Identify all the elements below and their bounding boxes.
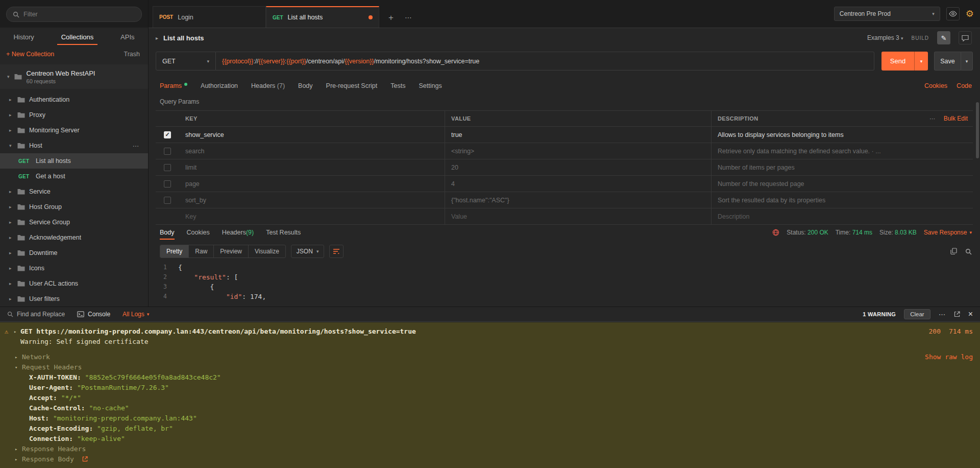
param-key-cell[interactable]: search bbox=[179, 143, 445, 159]
sidebar-folder-acknowledgement[interactable]: ▸Acknowledgement bbox=[0, 230, 148, 245]
folder-options-icon[interactable]: ⋯ bbox=[133, 142, 139, 150]
chevron-right-icon[interactable]: ▸ bbox=[156, 35, 158, 41]
param-checkbox[interactable] bbox=[164, 131, 171, 138]
sidebar-request-list-all-hosts[interactable]: GETList all hosts bbox=[0, 153, 148, 169]
request-section-tab-pre-request-script[interactable]: Pre-request Script bbox=[326, 82, 378, 89]
external-link-icon[interactable] bbox=[82, 456, 88, 462]
clear-console-button[interactable]: Clear bbox=[904, 309, 930, 319]
response-tab-test-results[interactable]: Test Results bbox=[266, 229, 301, 236]
scrollbar-thumb[interactable] bbox=[976, 102, 979, 158]
view-tab-visualize[interactable]: Visualize bbox=[248, 245, 285, 258]
sidebar-folder-icons[interactable]: ▸Icons bbox=[0, 261, 148, 276]
sidebar-tab-apis[interactable]: APIs bbox=[119, 30, 135, 44]
param-checkbox[interactable] bbox=[164, 180, 171, 188]
sidebar-folder-monitoring-server[interactable]: ▸Monitoring Server bbox=[0, 123, 148, 138]
network-status-icon[interactable] bbox=[772, 229, 779, 236]
show-raw-log-link[interactable]: Show raw log bbox=[925, 352, 973, 362]
tab-options-button[interactable]: ⋯ bbox=[405, 14, 412, 21]
response-tab-cookies[interactable]: Cookies bbox=[187, 229, 210, 236]
environment-quick-look-button[interactable] bbox=[946, 7, 960, 20]
param-description-cell[interactable]: Description bbox=[711, 208, 973, 224]
param-row-sort-by[interactable]: sort_by{"host.name":"ASC"}Sort the resul… bbox=[156, 192, 973, 208]
save-response-button[interactable]: Save Response ▾ bbox=[924, 229, 972, 236]
param-key-cell[interactable]: page bbox=[179, 176, 445, 192]
param-key-cell[interactable]: sort_by bbox=[179, 192, 445, 208]
console-options-icon[interactable]: ⋯ bbox=[939, 310, 946, 318]
code-link[interactable]: Code bbox=[957, 82, 972, 89]
comments-button[interactable] bbox=[959, 31, 972, 44]
param-description-cell[interactable]: Retrieve only data matching the defined … bbox=[711, 143, 973, 159]
response-tab-body[interactable]: Body bbox=[160, 229, 175, 236]
sidebar-folder-authentication[interactable]: ▸Authentication bbox=[0, 92, 148, 107]
open-request-tab-list-all-hosts[interactable]: GETList all hosts bbox=[266, 6, 379, 28]
new-tab-button[interactable]: + bbox=[388, 13, 394, 22]
param-value-cell[interactable]: 20 bbox=[445, 159, 711, 175]
sidebar-filter-input[interactable]: Filter bbox=[6, 7, 142, 22]
view-tab-raw[interactable]: Raw bbox=[188, 245, 213, 258]
examples-dropdown[interactable]: Examples 3 ▾ bbox=[867, 34, 903, 41]
send-button[interactable]: Send bbox=[881, 52, 914, 71]
request-section-tab-body[interactable]: Body bbox=[298, 82, 313, 89]
request-section-tab-settings[interactable]: Settings bbox=[419, 82, 442, 89]
environment-selector[interactable]: Centreon Pre Prod ▾ bbox=[834, 7, 940, 21]
sidebar-tab-history[interactable]: History bbox=[12, 30, 35, 44]
log-filter-dropdown[interactable]: All Logs ▾ bbox=[122, 311, 149, 318]
chevron-right-icon[interactable]: ▸ bbox=[14, 326, 16, 337]
sidebar-folder-host-group[interactable]: ▸Host Group bbox=[0, 199, 148, 215]
param-description-cell[interactable]: Number of items per pages bbox=[711, 159, 973, 175]
send-options-button[interactable]: ▾ bbox=[914, 52, 928, 71]
bulk-edit-link[interactable]: Bulk Edit bbox=[944, 115, 968, 122]
view-tab-pretty[interactable]: Pretty bbox=[160, 245, 188, 258]
search-response-icon[interactable] bbox=[965, 248, 972, 255]
find-and-replace-button[interactable]: Find and Replace bbox=[7, 311, 65, 318]
close-console-icon[interactable]: × bbox=[968, 310, 973, 318]
param-key-cell[interactable]: limit bbox=[179, 159, 445, 175]
param-row-page[interactable]: page4Number of the requested page bbox=[156, 176, 973, 192]
sidebar-folder-downtime[interactable]: ▸Downtime bbox=[0, 245, 148, 261]
sidebar-tab-collections[interactable]: Collections bbox=[60, 30, 95, 44]
param-description-cell[interactable]: Sort the resulted data by its properties bbox=[711, 192, 973, 208]
open-request-tab-login[interactable]: POSTLogin bbox=[153, 6, 266, 28]
collection-root[interactable]: ▾ Centreon Web RestAPI 60 requests bbox=[0, 64, 148, 89]
console-network-section[interactable]: ▸ Network Show raw log bbox=[0, 352, 980, 362]
settings-icon[interactable]: ⚙ bbox=[966, 9, 974, 18]
param-checkbox[interactable] bbox=[164, 164, 171, 171]
param-key-cell[interactable]: show_service bbox=[179, 127, 445, 143]
sidebar-folder-user-filters[interactable]: ▸User filters bbox=[0, 291, 148, 307]
sidebar-request-get-a-host[interactable]: GETGet a host bbox=[0, 169, 148, 184]
save-button[interactable]: Save bbox=[934, 52, 961, 71]
request-section-tab-tests[interactable]: Tests bbox=[390, 82, 405, 89]
request-section-tab-headers[interactable]: Headers (7) bbox=[251, 82, 285, 89]
sidebar-folder-host[interactable]: ▾Host⋯ bbox=[0, 138, 148, 153]
new-collection-button[interactable]: + New Collection bbox=[6, 51, 54, 58]
language-selector[interactable]: JSON ▾ bbox=[291, 245, 325, 258]
param-description-cell[interactable]: Number of the requested page bbox=[711, 176, 973, 192]
sidebar-folder-service-group[interactable]: ▸Service Group bbox=[0, 215, 148, 230]
param-value-cell[interactable]: true bbox=[445, 127, 711, 143]
param-checkbox[interactable] bbox=[164, 148, 171, 155]
wrap-lines-button[interactable] bbox=[329, 245, 344, 258]
edit-request-button[interactable]: ✎ bbox=[937, 31, 950, 44]
sidebar-folder-service[interactable]: ▸Service bbox=[0, 184, 148, 199]
param-row-show-service[interactable]: show_servicetrueAllows to display servic… bbox=[156, 127, 973, 143]
method-selector[interactable]: GET ▾ bbox=[156, 52, 216, 71]
param-description-cell[interactable]: Allows to display services belonging to … bbox=[711, 127, 973, 143]
param-value-cell[interactable]: 4 bbox=[445, 176, 711, 192]
response-tab-headers[interactable]: Headers (9) bbox=[222, 229, 254, 236]
param-checkbox[interactable] bbox=[164, 197, 171, 204]
param-key-cell[interactable]: Key bbox=[179, 208, 445, 224]
more-options-icon[interactable]: ⋯ bbox=[929, 115, 935, 122]
request-section-tab-params[interactable]: Params bbox=[160, 82, 187, 89]
sidebar-folder-proxy[interactable]: ▸Proxy bbox=[0, 107, 148, 123]
param-value-cell[interactable]: <string> bbox=[445, 143, 711, 159]
cookies-link[interactable]: Cookies bbox=[924, 82, 947, 89]
console-request-headers-section[interactable]: ▾ Request Headers bbox=[0, 362, 980, 372]
save-options-button[interactable]: ▾ bbox=[961, 52, 973, 71]
sidebar-folder-user-acl-actions[interactable]: ▸User ACL actions bbox=[0, 276, 148, 291]
open-in-new-window-icon[interactable] bbox=[954, 311, 960, 317]
param-row-key[interactable]: KeyValueDescription bbox=[156, 208, 973, 225]
view-tab-preview[interactable]: Preview bbox=[213, 245, 248, 258]
response-body-editor[interactable]: 1{2 "result": [3 {4 "id": 174, bbox=[149, 263, 980, 307]
trash-button[interactable]: Trash bbox=[124, 51, 140, 58]
param-value-cell[interactable]: {"host.name":"ASC"} bbox=[445, 192, 711, 208]
